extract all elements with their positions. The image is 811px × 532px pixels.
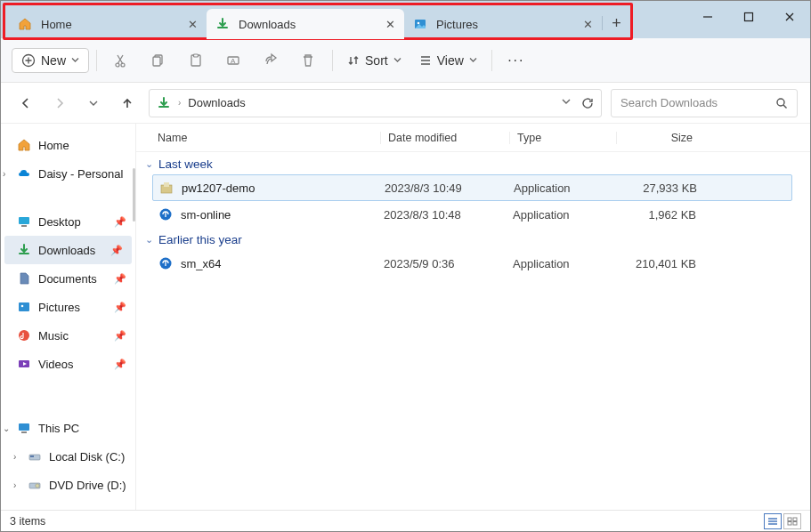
pin-icon[interactable]: 📌: [114, 216, 126, 228]
sidebar-item-desktop[interactable]: Desktop 📌: [1, 207, 135, 236]
view-button[interactable]: View: [412, 50, 484, 71]
tab-downloads[interactable]: Downloads ✕: [207, 9, 404, 39]
sidebar-item-documents[interactable]: Documents 📌: [1, 264, 135, 293]
group-header[interactable]: ⌄ Last week: [136, 152, 810, 174]
thumbnails-view-button[interactable]: [783, 513, 801, 529]
close-icon[interactable]: ✕: [185, 17, 199, 31]
address-dropdown[interactable]: [562, 97, 571, 109]
svg-rect-28: [164, 182, 169, 187]
sort-icon: [347, 54, 360, 67]
separator: [96, 50, 97, 71]
svg-point-6: [121, 63, 125, 67]
drive-icon: [28, 449, 42, 463]
column-date[interactable]: Date modified: [380, 132, 509, 144]
sidebar-item-label: Pictures: [38, 301, 80, 314]
file-row[interactable]: sm-online 2023/8/3 10:48 Application 1,9…: [136, 201, 810, 228]
close-icon[interactable]: ✕: [383, 17, 397, 31]
file-row[interactable]: sm_x64 2023/5/9 0:36 Application 210,401…: [136, 250, 810, 277]
sidebar-item-home[interactable]: Home: [1, 131, 135, 159]
tab-home[interactable]: Home ✕: [9, 9, 207, 39]
sidebar-item-label: Local Disk (C:): [49, 450, 125, 463]
home-icon: [17, 138, 31, 152]
file-type: Application: [513, 208, 620, 222]
svg-point-13: [777, 99, 784, 106]
svg-rect-16: [21, 225, 27, 227]
videos-icon: [17, 357, 31, 371]
forward-button[interactable]: [47, 91, 72, 116]
cut-button[interactable]: [104, 45, 138, 76]
pin-icon[interactable]: 📌: [114, 359, 126, 370]
group-header[interactable]: ⌄ Earlier this year: [136, 228, 810, 250]
pin-icon[interactable]: 📌: [114, 273, 126, 285]
delete-button[interactable]: [291, 45, 325, 76]
body: Home › Daisy - Personal Desktop 📌 Downlo…: [1, 124, 810, 510]
chevron-right-icon[interactable]: ›: [13, 480, 16, 490]
sidebar-item-dvd-drive[interactable]: › DVD Drive (D:): [1, 471, 135, 499]
sidebar-item-label: Videos: [38, 358, 74, 371]
file-type: Application: [513, 257, 620, 270]
sidebar-item-label: Daisy - Personal: [38, 167, 123, 181]
plus-circle-icon: [21, 53, 36, 68]
download-icon: [17, 243, 31, 257]
pictures-icon: [413, 17, 427, 31]
sidebar-item-music[interactable]: Music 📌: [1, 321, 135, 350]
group-title: Earlier this year: [158, 233, 242, 246]
chevron-down-icon: ⌄: [145, 234, 153, 246]
tab-label: Downloads: [239, 18, 296, 31]
svg-line-14: [783, 105, 787, 109]
sidebar-item-onedrive[interactable]: › Daisy - Personal: [1, 159, 135, 188]
sidebar-item-videos[interactable]: Videos 📌: [1, 350, 135, 378]
search-placeholder: Search Downloads: [620, 96, 718, 109]
column-size[interactable]: Size: [616, 132, 696, 144]
sort-button[interactable]: Sort: [340, 50, 409, 71]
maximize-button[interactable]: [728, 1, 769, 33]
more-button[interactable]: ···: [499, 45, 533, 76]
view-label: View: [437, 53, 464, 68]
chevron-right-icon[interactable]: ›: [178, 98, 181, 108]
back-button[interactable]: [13, 91, 38, 116]
share-button[interactable]: [254, 45, 288, 76]
group-title: Last week: [158, 157, 213, 171]
sidebar-item-thispc[interactable]: ⌄ This PC: [1, 414, 135, 442]
sidebar-item-label: This PC: [38, 422, 79, 435]
sort-label: Sort: [365, 53, 388, 68]
chevron-right-icon[interactable]: ›: [13, 452, 16, 462]
search-input[interactable]: Search Downloads: [611, 89, 798, 117]
close-window-button[interactable]: [769, 1, 810, 33]
content-pane: Name Date modified Type Size ⌄ Last week…: [136, 124, 810, 510]
sidebar-item-local-disk[interactable]: › Local Disk (C:): [1, 442, 135, 471]
recent-dropdown[interactable]: [81, 91, 106, 116]
sidebar-item-label: Music: [38, 329, 69, 343]
sidebar-item-pictures[interactable]: Pictures 📌: [1, 293, 135, 321]
download-icon: [215, 17, 230, 31]
svg-rect-31: [788, 518, 791, 521]
refresh-button[interactable]: [581, 97, 594, 109]
music-icon: [17, 328, 31, 343]
pin-icon[interactable]: 📌: [110, 245, 123, 256]
svg-point-26: [36, 484, 39, 488]
up-button[interactable]: [115, 91, 140, 116]
new-tab-button[interactable]: +: [602, 16, 630, 30]
minimize-button[interactable]: [687, 1, 728, 33]
status-text: 3 items: [10, 515, 45, 528]
paste-button[interactable]: [179, 45, 213, 76]
tab-label: Pictures: [436, 18, 478, 31]
column-name[interactable]: Name: [158, 132, 380, 144]
installer-icon: [158, 180, 174, 196]
tab-pictures[interactable]: Pictures ✕: [404, 9, 602, 39]
new-button[interactable]: New: [12, 48, 89, 73]
file-row[interactable]: pw1207-demo 2023/8/3 10:49 Application 2…: [152, 174, 792, 201]
copy-button[interactable]: [142, 45, 175, 76]
address-location[interactable]: Downloads: [188, 96, 245, 109]
address-bar[interactable]: › Downloads: [149, 89, 602, 117]
chevron-right-icon[interactable]: ›: [3, 169, 5, 179]
pin-icon[interactable]: 📌: [114, 330, 126, 342]
close-icon[interactable]: ✕: [580, 17, 595, 31]
dvd-icon: [28, 478, 42, 492]
sidebar-item-downloads[interactable]: Downloads 📌: [4, 236, 132, 264]
rename-button[interactable]: A: [216, 45, 250, 76]
pin-icon[interactable]: 📌: [114, 302, 126, 313]
column-type[interactable]: Type: [509, 132, 616, 144]
details-view-button[interactable]: [764, 513, 782, 529]
chevron-down-icon[interactable]: ⌄: [3, 423, 10, 433]
